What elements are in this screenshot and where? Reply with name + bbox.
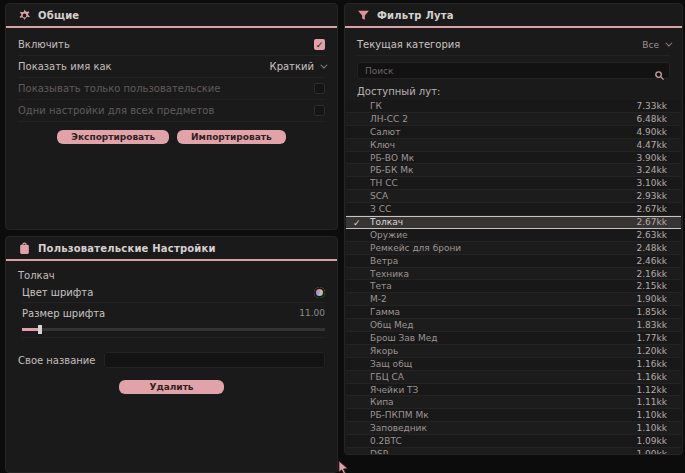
loot-item-name: Толкач [370,217,403,227]
loot-item-price: 3.10kk [637,178,667,188]
font-color-row: Цвет шрифта [22,283,325,303]
custom-name-input[interactable] [104,352,325,368]
loot-list-item[interactable]: Якорь1.20kk [346,345,681,358]
loot-item-price: 1.00kk [637,449,667,455]
custom-name-label: Свое название [18,355,96,366]
only-custom-checkbox[interactable] [314,83,325,94]
slider-handle[interactable] [38,325,42,334]
enable-row: Включить ✓ [18,34,325,56]
loot-list-item[interactable]: Ветра2.46kk [346,255,681,268]
font-color-label: Цвет шрифта [22,287,93,298]
loot-list-item[interactable]: ЛН-СС 26.48kk [346,113,681,126]
loot-item-name: РБ-ПКПМ Мк [370,410,429,420]
loot-item-name: Ветра [370,256,398,266]
loot-item-name: ТН СС [370,178,398,188]
same-for-all-row: Одни настройки для всех предметов [18,100,325,122]
loot-item-name: SCA [370,191,388,201]
loot-item-name: 0.2BTC [370,436,402,446]
loot-list-item[interactable]: РБ-БК Мк3.24kk [346,164,681,177]
general-panel-header: Общие [6,4,337,28]
loot-list-item[interactable]: ✓Толкач2.67kk [346,216,681,229]
loot-list-item[interactable]: Защ общ1.16kk [346,358,681,371]
loot-item-price: 1.90kk [637,294,667,304]
loot-item-name: Ячейки ТЗ [370,385,418,395]
search-icon[interactable] [654,66,665,85]
same-for-all-checkbox[interactable] [314,105,325,116]
loot-item-price: 4.90kk [637,127,667,137]
loot-item-price: 1.12kk [637,385,667,395]
loot-list-item[interactable]: Гамма1.85kk [346,306,681,319]
loot-list-item[interactable]: РБ-ВО Мк3.90kk [346,152,681,165]
loot-item-price: 1.20kk [637,346,667,356]
loot-item-price: 2.67kk [637,217,667,227]
loot-item-name: ГБЦ СА [370,372,404,382]
loot-item-name: З СС [370,204,391,214]
loot-list-item[interactable]: Ремкейс для брони2.48kk [346,242,681,255]
loot-panel-title: Фильтр Лута [377,10,454,21]
loot-list-item[interactable]: SCA2.93kk [346,190,681,203]
gear-icon [18,9,31,22]
loot-item-name: Кипа [370,397,394,407]
loot-item-name: Тета [370,281,392,291]
search-box [357,62,670,79]
loot-item-name: М-2 [370,294,387,304]
loot-list-item[interactable]: Брош Зав Мед1.77kk [346,332,681,345]
custom-settings-panel: Пользовательские Настройки Толкач Цвет ш… [5,236,338,473]
loot-panel-header: Фильтр Лута [345,4,682,28]
loot-item-price: 1.85kk [637,307,667,317]
loot-item-name: Брош Зав Мед [370,333,437,343]
category-dropdown[interactable]: Все [642,40,670,50]
show-name-dropdown[interactable]: Краткий [270,61,325,72]
loot-list-item[interactable]: РБ-ПКПМ Мк1.10kk [346,409,681,422]
loot-item-price: 3.90kk [637,153,667,163]
custom-panel-title: Пользовательские Настройки [38,243,216,254]
loot-list-item[interactable]: Ячейки ТЗ1.12kk [346,384,681,397]
loot-list-item[interactable]: Оружие2.63kk [346,229,681,242]
general-settings-panel: Общие Включить ✓ Показать имя как Кратки… [5,3,338,230]
loot-item-name: Оружие [370,230,408,240]
enable-checkbox[interactable]: ✓ [314,39,325,50]
loot-list-item[interactable]: Ключ4.47kk [346,139,681,152]
loot-item-name: DSP [370,449,388,455]
loot-item-name: Гамма [370,307,400,317]
check-icon: ✓ [353,217,361,229]
delete-button[interactable]: Удалить [119,380,223,394]
export-button[interactable]: Экспортировать [57,130,169,144]
loot-list: ГК7.33kkЛН-СС 26.48kkСалют4.90kkКлюч4.47… [346,100,681,455]
loot-list-item[interactable]: З СС2.67kk [346,203,681,216]
custom-name-row: Свое название [18,352,325,368]
loot-list-item[interactable]: DSP1.00kk [346,448,681,455]
loot-item-price: 3.24kk [637,165,667,175]
only-custom-label: Показывать только пользовательские [18,83,220,94]
loot-item-price: 2.15kk [637,281,667,291]
loot-list-item[interactable]: Кипа1.11kk [346,396,681,409]
loot-list-item[interactable]: Техника2.16kk [346,268,681,281]
search-input[interactable] [358,66,669,76]
loot-list-item[interactable]: 0.2BTC1.09kk [346,435,681,448]
loot-list-item[interactable]: М-21.90kk [346,293,681,306]
loot-item-name: Общ Мед [370,320,414,330]
loot-list-item[interactable]: ГБЦ СА1.16kk [346,371,681,384]
loot-item-name: ГК [370,101,382,111]
font-size-slider[interactable] [22,328,325,331]
loot-item-price: 1.16kk [637,359,667,369]
loot-list-item[interactable]: Общ Мед1.83kk [346,319,681,332]
loot-list-item[interactable]: Заповедник1.10kk [346,422,681,435]
loot-item-name: Защ общ [370,359,412,369]
loot-item-price: 1.10kk [637,410,667,420]
loot-item-price: 4.47kk [637,140,667,150]
loot-list-item[interactable]: Салют4.90kk [346,126,681,139]
general-panel-title: Общие [38,10,79,21]
loot-list-item[interactable]: Тета2.15kk [346,280,681,293]
only-custom-row: Показывать только пользовательские [18,78,325,100]
loot-item-name: ЛН-СС 2 [370,114,408,124]
loot-item-price: 2.63kk [637,230,667,240]
mouse-cursor-icon [338,459,349,473]
color-wheel-icon[interactable] [314,287,325,298]
import-button[interactable]: Импортировать [177,130,286,144]
loot-item-price: 1.09kk [637,436,667,446]
loot-list-item[interactable]: ТН СС3.10kk [346,177,681,190]
loot-list-item[interactable]: ГК7.33kk [346,100,681,113]
loot-item-price: 6.48kk [637,114,667,124]
loot-item-price: 2.67kk [637,204,667,214]
